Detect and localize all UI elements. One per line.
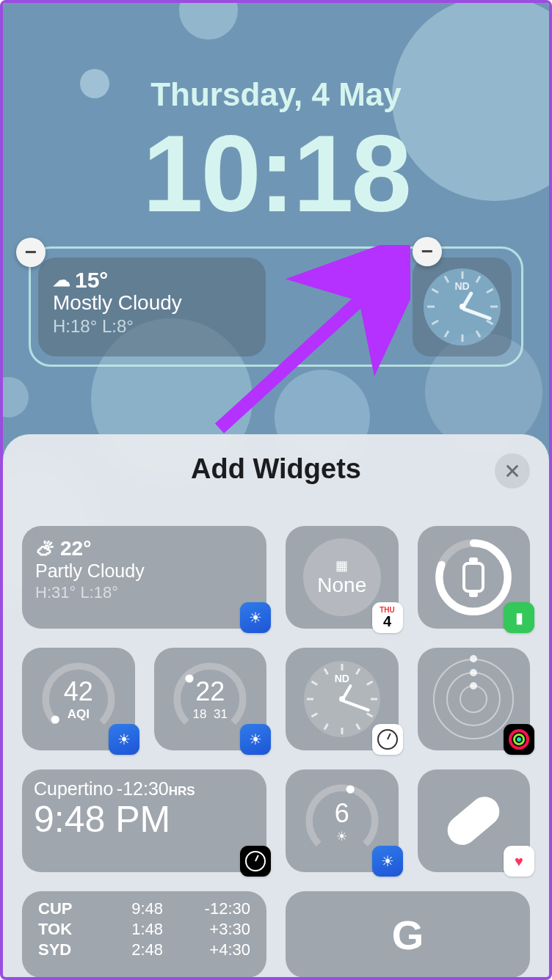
widget-find-my[interactable] [418,648,531,750]
aqi-value: 42 [64,676,93,707]
remove-widget-weather-button[interactable]: − [16,238,46,267]
weather2-high-low: H:31° L:18° [35,583,253,602]
add-widgets-sheet: Add Widgets ⛅︎22° Partly Cloudy H:31° L:… [3,434,549,977]
google-logo-icon: G [392,911,424,959]
weather2-condition: Partly Cloudy [35,560,253,582]
calendar-app-icon: THU4 [372,602,403,633]
widget-google-search[interactable]: G [286,891,530,978]
weather-app-icon: ☀︎ [240,602,271,633]
sheet-title: Add Widgets [22,453,530,485]
close-icon [504,463,520,479]
weather-condition: Mostly Cloudy [53,291,251,315]
clock-app-icon [240,846,271,877]
clock-app-icon [372,724,403,755]
widget-aqi[interactable]: 42AQI ☀︎ [22,648,135,750]
temp-value: 22 [193,676,228,707]
analog-clock-icon: ND [304,661,380,737]
temp-high: 31 [214,707,228,721]
remove-widget-clock-button[interactable]: − [413,237,442,266]
lockscreen-date[interactable]: Thursday, 4 May [3,76,549,113]
widget-city-clock[interactable]: ND [286,648,399,750]
fitness-app-icon [504,724,534,755]
world-clock-offset: -12:30 [117,778,169,799]
calendar-none-label: None [317,574,366,597]
world-clock-time: 9:48 PM [34,798,255,841]
weather-app-icon: ☀︎ [109,724,139,755]
widget-temperature[interactable]: 2218 31 ☀︎ [154,648,267,750]
weather-app-icon: ☀︎ [372,846,403,877]
lockscreen-widget-row[interactable]: − − ☁︎15° Mostly Cloudy H:18° L:8° ND [29,246,523,367]
pill-icon [442,791,506,851]
weather-app-icon: ☀︎ [240,724,271,755]
widget-weather-conditions[interactable]: ⛅︎22° Partly Cloudy H:31° L:18° ☀︎ [22,526,266,629]
lockscreen-clock-widget[interactable]: ND [413,257,512,356]
analog-clock-face: ND [424,268,501,345]
close-button[interactable] [495,453,530,489]
svg-point-8 [346,785,354,793]
world-clock-hrs: HRS [169,784,195,798]
widget-calendar-event[interactable]: ▦None THU4 [286,526,399,629]
weather-temp: 15° [75,268,108,293]
widget-world-clock-table[interactable]: CUP9:48-12:30TOK1:48+3:30SYD2:48+4:30 [22,891,266,978]
weather2-temp: 22° [60,537,91,560]
cloud-icon: ☁︎ [53,270,70,290]
temp-low: 18 [193,707,207,721]
lockscreen-weather-widget[interactable]: ☁︎15° Mostly Cloudy H:18° L:8° [38,257,266,356]
batteries-app-icon: ▮ [504,602,534,633]
widget-world-clock[interactable]: Cupertino -12:30HRS 9:48 PM [22,769,266,872]
world-clock-city: Cupertino [34,778,113,799]
widget-uv-index[interactable]: 6☀︎ ☀︎ [286,769,399,872]
widget-watch-battery[interactable]: ▮ [418,526,531,629]
apple-watch-icon [462,562,484,593]
widget-medications[interactable]: ♥ [418,769,531,872]
health-app-icon: ♥ [504,846,534,877]
weather-high-low: H:18° L:8° [53,316,251,337]
radar-icon [433,659,514,739]
uv-value: 6 [335,798,349,829]
lockscreen-time[interactable]: 10:18 [3,111,549,236]
svg-point-4 [51,715,59,723]
aqi-label: AQI [64,707,93,722]
sun-icon: ☀︎ [335,829,349,844]
calendar-grid-icon: ▦ [335,557,348,574]
partly-cloudy-icon: ⛅︎ [35,536,56,560]
